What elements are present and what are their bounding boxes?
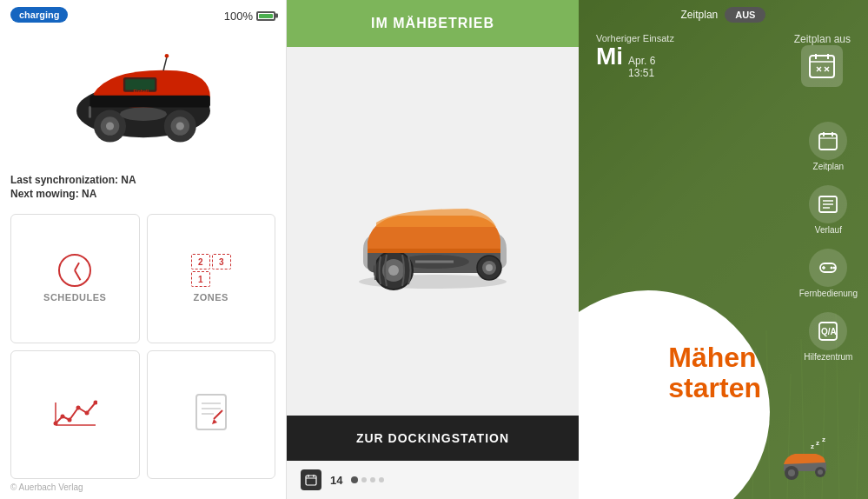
hilfe-bottom-icon: Q/A	[697, 432, 735, 470]
svg-point-7	[176, 122, 183, 130]
side-icons: Zeitplan Verlauf	[799, 122, 858, 362]
svg-point-89	[788, 469, 795, 476]
svg-text:z: z	[811, 442, 814, 450]
svg-text:z: z	[816, 439, 819, 447]
zeitplan-side-label: Zeitplan	[813, 162, 845, 171]
svg-rect-38	[368, 249, 500, 253]
bottom-icons: Menü Q/A Hilfezentrum z	[579, 432, 868, 482]
hilfe-bottom-label: Hilfezentrum	[692, 472, 740, 482]
qa-icon: Q/A	[818, 322, 838, 341]
svg-point-20	[76, 405, 81, 409]
svg-point-33	[388, 265, 399, 276]
clock-icon	[58, 254, 91, 287]
svg-rect-39	[306, 476, 316, 485]
status-header: IM MÄHBETRIEB	[287, 0, 579, 47]
list-icon	[818, 195, 838, 214]
zone-cell-2: 2	[191, 254, 210, 269]
svg-rect-12	[88, 106, 90, 118]
calendar-side-icon	[818, 131, 838, 150]
svg-point-91	[818, 469, 823, 475]
dot-2	[361, 477, 367, 482]
zeitplan-side-icon	[809, 122, 847, 160]
svg-point-14	[164, 54, 169, 58]
chart-icon	[52, 396, 97, 429]
menu-icon	[624, 441, 645, 462]
hilfezentrum-side-label: Hilfezentrum	[804, 352, 852, 362]
notes-card[interactable]	[147, 350, 276, 480]
svg-line-13	[163, 57, 167, 70]
zone-icon: 2 3 1	[191, 254, 231, 287]
maehen-line2: starten	[668, 373, 761, 403]
zeitplan-label: Zeitplan	[681, 9, 719, 21]
svg-point-4	[105, 122, 113, 130]
fernbedienung-side-label: Fernbedienung	[799, 289, 858, 298]
svg-text:z: z	[822, 438, 825, 443]
svg-rect-60	[810, 56, 834, 77]
hilfe-bottom-item[interactable]: Q/A Hilfezentrum	[692, 432, 740, 482]
dock-button[interactable]: ZUR DOCKINGSTATION	[287, 416, 579, 461]
hilfezentrum-side-item[interactable]: Q/A Hilfezentrum	[799, 312, 858, 362]
mower-card	[287, 47, 579, 416]
fernbedienung-side-item[interactable]: Fernbedienung	[799, 249, 858, 298]
battery-fill	[259, 14, 273, 18]
menu-bottom-label: Menü	[624, 472, 646, 482]
day-text: Mi	[596, 43, 623, 70]
calendar-small-icon	[305, 474, 317, 486]
mow-info: Next mowing: NA	[10, 188, 275, 200]
zones-card[interactable]: 2 3 1 ZONES	[147, 214, 276, 343]
sleep-bottom-item: z z z	[779, 438, 832, 482]
mower-svg: Einhell	[56, 41, 230, 154]
svg-point-77	[831, 267, 833, 269]
battery-icon	[256, 11, 275, 21]
fernbedienung-side-icon	[809, 249, 847, 287]
zone-cell-empty	[212, 271, 231, 287]
schedule-label: Zeitplan aus	[794, 33, 851, 45]
zone-cell-3: 3	[212, 254, 231, 269]
chart-card[interactable]	[10, 350, 140, 480]
left-panel: charging 100%	[0, 0, 287, 499]
date-text: Apr. 6	[628, 55, 655, 67]
zeitplan-side-item[interactable]: Zeitplan	[799, 122, 858, 171]
right-panel: Zeitplan AUS Vorheriger Einsatz Mi Apr. …	[579, 0, 868, 499]
dot-1	[351, 476, 358, 483]
time-text: 13:51	[628, 67, 655, 79]
mower-image: Einhell	[10, 28, 275, 167]
maehen-text: Mähen starten	[599, 325, 761, 403]
middle-panel: IM MÄHBETRIEB	[287, 0, 579, 499]
aus-toggle[interactable]: AUS	[725, 7, 765, 23]
page-indicator: 14	[287, 461, 579, 499]
dot-4	[379, 477, 384, 482]
menu-bottom-icon	[615, 432, 653, 470]
menu-bottom-item[interactable]: Menü	[615, 432, 653, 482]
top-bar: Zeitplan AUS	[579, 0, 868, 30]
zone-cell-1: 1	[191, 271, 210, 287]
schedules-card[interactable]: SCHEDULES	[10, 214, 140, 343]
svg-point-36	[486, 264, 493, 271]
svg-text:Q/A: Q/A	[821, 327, 837, 336]
zones-label: ZONES	[194, 292, 229, 303]
qa-bottom-icon: Q/A	[706, 441, 726, 462]
calendar-icon	[808, 52, 836, 80]
battery-row: 100%	[224, 10, 275, 23]
calendar-aus-icon	[801, 45, 843, 87]
svg-point-19	[68, 417, 72, 422]
svg-point-8	[120, 108, 167, 121]
verlauf-side-item[interactable]: Verlauf	[799, 185, 858, 235]
svg-point-21	[85, 410, 89, 415]
maehen-line1: Mähen	[668, 343, 761, 373]
svg-text:Q/A: Q/A	[708, 448, 723, 456]
notes-icon	[195, 393, 228, 431]
dot-3	[370, 477, 375, 482]
battery-pct: 100%	[224, 10, 253, 23]
sync-info: Last synchronization: NA	[10, 174, 275, 186]
hilfezentrum-side-icon: Q/A	[809, 312, 847, 350]
page-icon	[301, 469, 321, 490]
charging-badge: charging	[10, 7, 68, 23]
gamepad-icon	[818, 258, 838, 277]
schedules-label: SCHEDULES	[43, 292, 106, 303]
prev-einsatz-block: Vorheriger Einsatz Mi Apr. 6 13:51	[596, 33, 674, 87]
svg-point-78	[833, 267, 836, 269]
copyright: © Auerbach Verlag	[10, 482, 275, 496]
svg-rect-1	[89, 96, 209, 108]
svg-rect-68	[819, 134, 837, 150]
